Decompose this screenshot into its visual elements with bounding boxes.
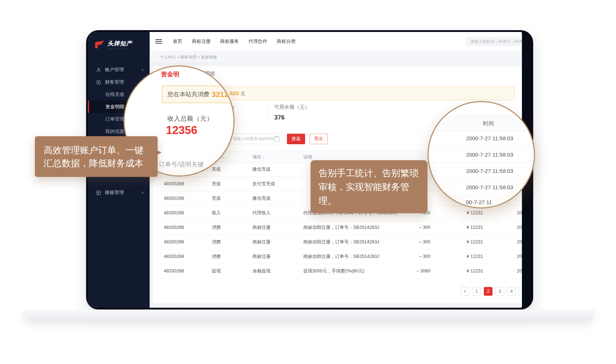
menu-icon[interactable] <box>155 41 162 42</box>
cell-project: 支付宝充值 <box>252 177 275 191</box>
date-range-input[interactable]: 请输入你要查询的时间 <box>229 134 280 144</box>
cell-amount: – 300 <box>385 235 430 249</box>
cell-project: 微信充值 <box>252 162 271 177</box>
logo-tagline <box>108 48 129 49</box>
cell-project: 微信充值 <box>252 191 271 206</box>
cell-order-no: 48330268 <box>164 191 184 206</box>
template-icon <box>96 190 101 195</box>
cell-order-no: 48330268 <box>164 264 184 278</box>
magnified-time-value: 2000-7-27 11:58:03 <box>429 179 534 196</box>
cell-type: 消费 <box>212 221 221 235</box>
nav-tab[interactable]: 商标服务 <box>220 38 239 45</box>
cell-time: 2000-7-27 11:58:03 <box>517 250 522 264</box>
page-button[interactable]: 2 <box>484 287 493 296</box>
nav-tab[interactable]: 商标注册 <box>192 38 211 45</box>
cell-project: 商标注册 <box>252 235 271 249</box>
cell-project: 商标注册 <box>252 250 271 264</box>
cell-order-no: 48330268 <box>164 177 184 191</box>
finance-icon <box>96 80 101 85</box>
cell-type: 收入 <box>212 206 221 220</box>
banner-amount-tail: 820元 <box>230 87 245 100</box>
export-button[interactable]: 导出 <box>309 134 328 144</box>
user-icon <box>96 67 101 73</box>
date-input-placeholder: 请输入你要查询的时间 <box>229 136 275 142</box>
cell-time: 2000-7-27 11:58:03 <box>517 235 522 249</box>
magnified-table-header-fragment: 订单号/说明关键 <box>159 160 204 169</box>
chevron-icon: ∨ <box>141 68 144 72</box>
cell-balance: ¥ 12231 <box>443 250 483 264</box>
magnified-tab-fragment: 资金明 <box>161 70 179 78</box>
table-row[interactable]: 48330268 消费 商标注册 商标自助注册，订单号：SB2514263J –… <box>153 221 522 235</box>
page-button[interactable]: 1 <box>472 287 481 296</box>
cell-order-no: 48330268 <box>164 235 184 249</box>
magnified-time-value: 2000-7-27 11:58:03 <box>429 163 534 179</box>
cell-order-no: 48330268 <box>164 206 184 220</box>
sidebar-item-label: 订单管理 <box>105 116 124 122</box>
sidebar-item-label: 在线充值 <box>105 91 124 98</box>
sidebar-item[interactable]: 账户管理 ∨ <box>88 64 150 76</box>
cell-balance: ¥ 12231 <box>443 235 483 249</box>
cell-description: 提现3000元，手续费2%(60元) <box>303 264 364 278</box>
sidebar-item-label: 财务管理 <box>105 79 124 85</box>
tooltip-left: 高效管理账户订单、一键汇总数据，降低财务成本 <box>35 136 158 177</box>
sidebar-item[interactable]: 模板管理 ∨ <box>88 186 150 199</box>
cell-time: 2000-7-27 11:58:03 <box>517 221 522 235</box>
calendar-icon <box>275 136 279 142</box>
cell-description: 商标自助注册，订单号：SB2514263J <box>303 235 379 249</box>
cell-type: 充值 <box>212 191 221 206</box>
magnified-time-header: 时间 <box>429 116 534 131</box>
page-button[interactable]: 3 <box>495 287 504 296</box>
nav-tab[interactable]: 首页 <box>173 38 182 45</box>
search-input[interactable]: 请输入商标名，申请号，申请人 <box>466 37 520 46</box>
laptop-base <box>23 310 595 321</box>
magnified-income-value: 12356 <box>166 124 197 137</box>
sidebar-item-label: 资金明细 <box>105 104 124 110</box>
logo-text: 头牌知产 <box>108 40 132 48</box>
cell-balance: ¥ 12231 <box>443 221 483 235</box>
magnified-banner: 您在本站共消费32124大 <box>162 85 235 103</box>
stats-divider <box>267 104 267 121</box>
magnifier-right: 时间 2000-7-27 11:58:032000-7-27 11:58:032… <box>427 101 535 209</box>
table-row[interactable]: 48330268 提现 余额提现 提现3000元，手续费2%(60元) – 30… <box>153 264 522 279</box>
cell-type: 充值 <box>212 177 221 191</box>
top-navbar: 首页商标注册商标服务代理合作商标分类 请输入商标名，申请号，申请人 <box>150 32 522 51</box>
sidebar-item-label: 账户管理 <box>105 66 124 73</box>
search-button[interactable]: 搜索 <box>287 134 305 144</box>
breadcrumb: 个人中心 > 财务管理 > 资金明细 <box>150 51 522 64</box>
cell-amount: – 3060 <box>385 264 430 278</box>
nav-tabs: 首页商标注册商标服务代理合作商标分类 <box>173 32 296 51</box>
table-row[interactable]: 48330268 消费 商标注册 商标自助注册，订单号：SB2514263J –… <box>153 250 522 264</box>
search-placeholder: 请输入商标名，申请号，申请人 <box>466 39 522 44</box>
cell-balance: ¥ 12231 <box>443 264 483 278</box>
pagination: <12345 <box>461 287 522 296</box>
table-row[interactable]: 48330268 消费 商标注册 商标自助注册，订单号：SB2514263J –… <box>153 235 522 250</box>
screenshot-stage: 头牌知产 账户管理 ∨ 财务管理 ∧ <box>0 0 616 364</box>
cell-amount: – 300 <box>385 221 430 235</box>
magnified-income-label: 收入总额（元） <box>167 114 213 123</box>
cell-amount: – 300 <box>385 250 430 264</box>
cell-type: 提现 <box>212 264 221 278</box>
table-header-cell[interactable]: 项目∨ <box>252 151 265 163</box>
cell-description: 商标自助注册，订单号：SB2514263J <box>303 250 379 264</box>
cell-order-no: 48330268 <box>164 221 184 235</box>
cell-description: 商标自助注册，订单号：SB2514263J <box>303 221 379 235</box>
cell-type: 消费 <box>212 250 221 264</box>
cell-project: 商标注册 <box>252 221 271 235</box>
app-logo[interactable]: 头牌知产 <box>88 32 150 49</box>
sidebar-item-label: 模板管理 <box>105 189 124 196</box>
magnified-time-rows: 2000-7-27 11:58:032000-7-27 11:58:032000… <box>429 130 534 196</box>
page-button[interactable]: 4 <box>507 287 516 296</box>
magnified-time-value: 2000-7-27 11:58:03 <box>429 147 534 163</box>
nav-tab[interactable]: 代理合作 <box>248 38 267 45</box>
tooltip-right: 告别手工统计、告别繁琐审核，实现智能财务管理。 <box>311 160 427 213</box>
page-button[interactable]: 5 <box>519 287 522 296</box>
page-button[interactable]: < <box>461 287 469 296</box>
sort-caret-icon: ∨ <box>262 152 266 163</box>
cell-project: 代理收入 <box>252 206 271 220</box>
logo-icon <box>95 41 104 48</box>
cell-time: 2000-7-27 11:58:03 <box>517 264 522 278</box>
magnified-time-value: 2000-7-27 11:58:03 <box>429 130 534 147</box>
cell-type: 消费 <box>212 235 221 249</box>
nav-tab[interactable]: 商标分类 <box>277 38 296 45</box>
cell-time: 2000-7-27 11:58:03 <box>517 206 522 220</box>
